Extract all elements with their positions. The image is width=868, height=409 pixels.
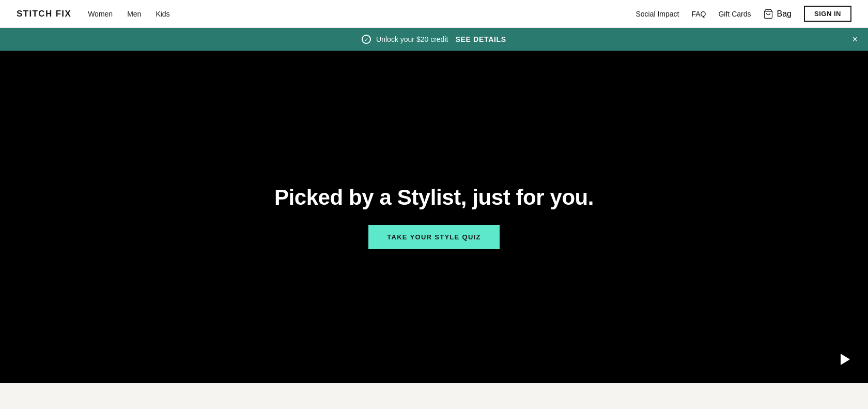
nav-link-kids[interactable]: Kids — [156, 10, 169, 18]
hero-title: Picked by a Stylist, just for you. — [274, 185, 594, 210]
main-nav: STITCH FIX Women Men Kids Social Impact … — [0, 0, 868, 28]
nav-main-links: Women Men Kids — [88, 10, 169, 18]
play-video-button[interactable] — [835, 350, 854, 369]
promo-see-details[interactable]: SEE DETAILS — [455, 35, 506, 43]
style-quiz-button[interactable]: TAKE YOUR STYLE QUIZ — [368, 225, 500, 249]
nav-link-social-impact[interactable]: Social Impact — [636, 10, 679, 18]
nav-link-faq[interactable]: FAQ — [691, 10, 706, 18]
bag-icon — [763, 9, 773, 19]
nav-link-gift-cards[interactable]: Gift Cards — [718, 10, 751, 18]
hero-section: Picked by a Stylist, just for you. TAKE … — [0, 51, 868, 383]
bag-button[interactable]: Bag — [763, 9, 791, 19]
sign-in-button[interactable]: SIGN IN — [804, 6, 851, 22]
footer-strip — [0, 383, 868, 409]
nav-left: STITCH FIX Women Men Kids — [17, 9, 170, 19]
bag-label: Bag — [777, 9, 791, 19]
promo-check-icon: ✓ — [362, 35, 371, 44]
promo-text: Unlock your $20 credit — [376, 35, 448, 43]
nav-link-women[interactable]: Women — [88, 10, 113, 18]
promo-content: ✓ Unlock your $20 credit SEE DETAILS — [362, 35, 506, 44]
nav-right: Social Impact FAQ Gift Cards Bag SIGN IN — [636, 6, 851, 22]
promo-banner: ✓ Unlock your $20 credit SEE DETAILS × — [0, 28, 868, 51]
promo-close-button[interactable]: × — [852, 35, 858, 44]
hero-content: Picked by a Stylist, just for you. TAKE … — [274, 185, 594, 249]
nav-link-men[interactable]: Men — [127, 10, 141, 18]
play-icon — [841, 354, 850, 365]
logo[interactable]: STITCH FIX — [17, 9, 71, 19]
